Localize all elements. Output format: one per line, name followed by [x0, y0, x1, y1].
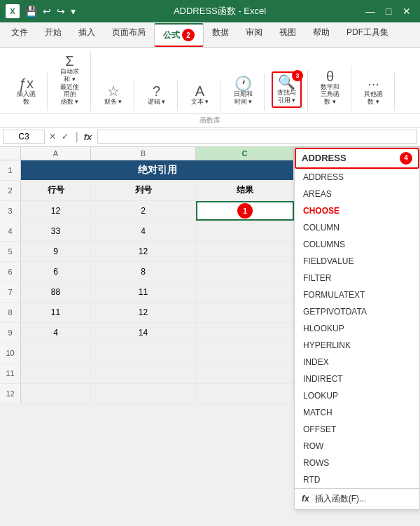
cell-10c[interactable]: [196, 343, 294, 363]
dropdown-item-areas[interactable]: AREAS: [295, 186, 419, 202]
ribbon-group-logical: ? 逻辑 ▾: [136, 81, 178, 111]
cell-8a[interactable]: 11: [21, 303, 91, 322]
tab-pdf[interactable]: PDF工具集: [338, 22, 397, 47]
dropdown-item-hyperlink[interactable]: HYPERLINK: [295, 337, 419, 354]
autosum-btn[interactable]: Σ 自动求和 ▾最近使用的函数 ▾: [55, 52, 85, 108]
cell-6b[interactable]: 8: [91, 262, 196, 282]
cell-3c[interactable]: 1: [196, 201, 294, 221]
math-btn[interactable]: θ 数学和三角函数 ▾: [315, 67, 345, 108]
cancel-formula-icon[interactable]: ✕: [49, 132, 56, 141]
col-header-a[interactable]: A: [21, 147, 91, 160]
redo-icon[interactable]: ↪: [55, 4, 66, 18]
cell-11b[interactable]: [91, 364, 196, 383]
col-header-b[interactable]: B: [91, 147, 196, 160]
lookup-btn[interactable]: 🔍 查找与引用 ▾ 3: [272, 71, 302, 108]
cell-8c[interactable]: [196, 303, 294, 322]
dropdown-footer-insert[interactable]: fx 插入函数(F)...: [295, 488, 419, 509]
ribbon-group-financial-items: ☆ 财务 ▾: [99, 82, 127, 108]
autosum-label: 自动求和 ▾最近使用的函数 ▾: [59, 68, 80, 106]
insert-function-btn[interactable]: ƒx 插入函数: [11, 74, 41, 108]
maximize-btn[interactable]: □: [381, 4, 396, 19]
dropdown-item-indirect[interactable]: INDIRECT: [295, 371, 419, 387]
cell-10b[interactable]: [91, 343, 196, 363]
cell-7b[interactable]: 11: [91, 282, 196, 302]
dropdown-item-column[interactable]: COLUMN: [295, 219, 419, 236]
cell-2a[interactable]: 行号: [21, 181, 91, 200]
ribbon-group-insertfx-items: ƒx 插入函数: [11, 74, 41, 108]
dropdown-icon[interactable]: ▾: [69, 4, 77, 18]
dropdown-item-row[interactable]: ROW: [295, 438, 419, 455]
cell-12b[interactable]: [91, 384, 196, 403]
more-functions-btn[interactable]: ··· 其他函数 ▾: [358, 74, 388, 108]
dropdown-item-getpivotdata[interactable]: GETPIVOTDATA: [295, 303, 419, 320]
cell-9a[interactable]: 4: [21, 323, 91, 342]
tab-view[interactable]: 视图: [271, 22, 304, 47]
ribbon: 文件 开始 插入 页面布局 公式 2 数据 审阅 视图 帮助 PDF工具集 ƒx…: [0, 22, 420, 127]
row-num-4: 4: [0, 221, 21, 241]
name-box[interactable]: [3, 130, 45, 144]
cell-6c[interactable]: [196, 262, 294, 282]
tab-file[interactable]: 文件: [3, 22, 36, 47]
formula-input[interactable]: [97, 130, 417, 144]
tab-formulas[interactable]: 公式 2: [154, 23, 204, 47]
undo-icon[interactable]: ↩: [41, 4, 52, 18]
dropdown-item-formulatext[interactable]: FORMULATEXT: [295, 286, 419, 303]
ribbon-tab-bar: 文件 开始 插入 页面布局 公式 2 数据 审阅 视图 帮助 PDF工具集: [0, 22, 420, 48]
cell-12a[interactable]: [21, 384, 91, 403]
cell-7c[interactable]: [196, 282, 294, 302]
dropdown-item-rows[interactable]: ROWS: [295, 455, 419, 471]
cell-5b[interactable]: 12: [91, 242, 196, 261]
cell-7a[interactable]: 88: [21, 282, 91, 302]
cell-2b[interactable]: 列号: [91, 181, 196, 200]
cell-3b[interactable]: 2: [91, 201, 196, 221]
dropdown-item-lookup[interactable]: LOOKUP: [295, 387, 419, 404]
cell-8b[interactable]: 12: [91, 303, 196, 322]
datetime-btn[interactable]: 🕐 日期和时间 ▾: [228, 74, 258, 108]
tab-data[interactable]: 数据: [204, 22, 237, 47]
dropdown-item-columns[interactable]: COLUMNS: [295, 236, 419, 253]
minimize-btn[interactable]: —: [363, 4, 378, 19]
tab-pagelayout[interactable]: 页面布局: [104, 22, 154, 47]
logical-label: 逻辑 ▾: [148, 98, 166, 106]
dropdown-list[interactable]: ADDRESS AREAS CHOOSE COLUMN COLUMNS FIEL…: [295, 169, 419, 488]
tab-home[interactable]: 开始: [36, 22, 70, 47]
cell-2c[interactable]: 结果: [196, 181, 294, 200]
cell-5a[interactable]: 9: [21, 242, 91, 261]
logical-icon: ?: [153, 84, 160, 98]
save-icon[interactable]: 💾: [24, 4, 38, 18]
dropdown-item-offset[interactable]: OFFSET: [295, 421, 419, 438]
close-btn[interactable]: ✕: [399, 4, 414, 19]
cell-9c[interactable]: [196, 323, 294, 342]
cell-4a[interactable]: 33: [21, 221, 91, 241]
cell-12c[interactable]: [196, 384, 294, 403]
cell-10a[interactable]: [21, 343, 91, 363]
dropdown-item-match[interactable]: MATCH: [295, 404, 419, 421]
tab-review[interactable]: 审阅: [237, 22, 271, 47]
logical-btn[interactable]: ? 逻辑 ▾: [143, 82, 171, 108]
text-btn[interactable]: A 文本 ▾: [186, 82, 214, 108]
confirm-formula-icon[interactable]: ✓: [62, 132, 69, 141]
cell-5c[interactable]: [196, 242, 294, 261]
row-num-6: 6: [0, 262, 21, 282]
cell-3a[interactable]: 12: [21, 201, 91, 221]
dropdown-item-index[interactable]: INDEX: [295, 354, 419, 371]
dropdown-item-rtd[interactable]: RTD: [295, 471, 419, 488]
dropdown-header: ADDRESS 4: [295, 148, 419, 169]
cell-4c[interactable]: [196, 221, 294, 241]
dropdown-item-choose[interactable]: CHOOSE: [295, 202, 419, 219]
row-num-12: 12: [0, 384, 21, 403]
cell-9b[interactable]: 14: [91, 323, 196, 342]
dropdown-item-filter[interactable]: FILTER: [295, 270, 419, 286]
cell-1a[interactable]: 绝对引用: [21, 160, 294, 180]
tab-insert[interactable]: 插入: [70, 22, 104, 47]
dropdown-item-fieldvalue[interactable]: FIELDVALUE: [295, 253, 419, 270]
dropdown-item-address[interactable]: ADDRESS: [295, 169, 419, 186]
financial-btn[interactable]: ☆ 财务 ▾: [99, 82, 127, 108]
cell-4b[interactable]: 4: [91, 221, 196, 241]
cell-6a[interactable]: 6: [21, 262, 91, 282]
cell-11c[interactable]: [196, 364, 294, 383]
tab-help[interactable]: 帮助: [304, 22, 338, 47]
cell-11a[interactable]: [21, 364, 91, 383]
dropdown-item-hlookup[interactable]: HLOOKUP: [295, 320, 419, 337]
col-header-c[interactable]: C: [196, 147, 294, 160]
